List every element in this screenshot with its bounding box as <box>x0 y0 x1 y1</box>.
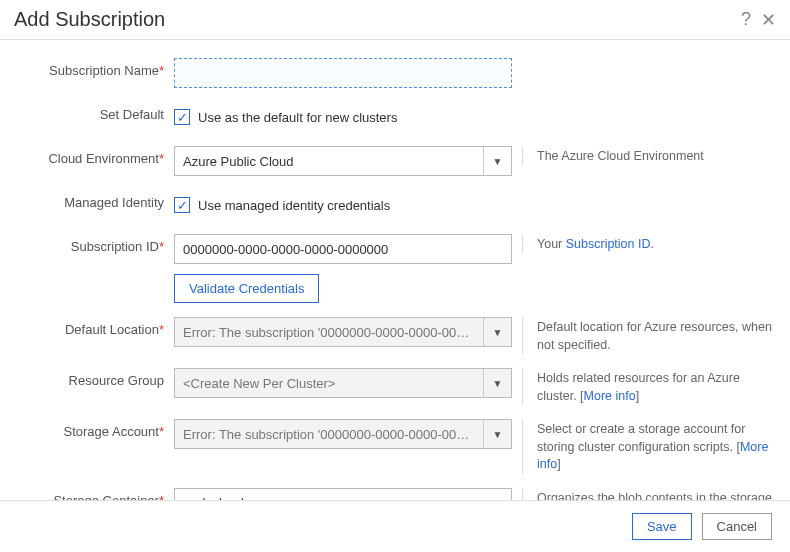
required-marker: * <box>159 493 164 501</box>
label-managed-identity: Managed Identity <box>14 190 174 210</box>
row-subscription-id: Subscription ID* Validate Credentials Yo… <box>14 234 776 303</box>
label-cloud-environment: Cloud Environment* <box>14 146 174 166</box>
row-resource-group: Resource Group <Create New Per Cluster> … <box>14 368 776 405</box>
validate-credentials-button[interactable]: Validate Credentials <box>174 274 319 303</box>
cloud-environment-select[interactable]: Azure Public Cloud ▼ <box>174 146 512 176</box>
dialog-footer: Save Cancel <box>0 500 790 552</box>
chevron-down-icon: ▼ <box>483 147 511 175</box>
cancel-button[interactable]: Cancel <box>702 513 772 540</box>
subscription-name-input[interactable] <box>174 58 512 88</box>
required-marker: * <box>159 322 164 337</box>
chevron-down-icon: ▼ <box>483 369 511 397</box>
dialog-title: Add Subscription <box>14 8 165 31</box>
subscription-id-input[interactable] <box>174 234 512 264</box>
dialog-body: Subscription Name* Set Default ✓ Use as … <box>0 40 790 500</box>
managed-identity-checkbox-label: Use managed identity credentials <box>198 198 390 213</box>
header-controls: ? ✕ <box>741 9 776 31</box>
row-set-default: Set Default ✓ Use as the default for new… <box>14 102 776 132</box>
required-marker: * <box>159 151 164 166</box>
help-cloud-environment: The Azure Cloud Environment <box>522 146 776 166</box>
label-storage-account: Storage Account* <box>14 419 174 439</box>
required-marker: * <box>159 424 164 439</box>
set-default-checkbox[interactable]: ✓ <box>174 109 190 125</box>
row-default-location: Default Location* Error: The subscriptio… <box>14 317 776 354</box>
row-subscription-name: Subscription Name* <box>14 58 776 88</box>
row-cloud-environment: Cloud Environment* Azure Public Cloud ▼ … <box>14 146 776 176</box>
row-managed-identity: Managed Identity ✓ Use managed identity … <box>14 190 776 220</box>
label-subscription-name: Subscription Name* <box>14 58 174 78</box>
label-resource-group: Resource Group <box>14 368 174 388</box>
row-storage-container: Storage Container* Organizes the blob co… <box>14 488 776 501</box>
row-storage-account: Storage Account* Error: The subscription… <box>14 419 776 474</box>
set-default-checkbox-label: Use as the default for new clusters <box>198 110 397 125</box>
save-button[interactable]: Save <box>632 513 692 540</box>
label-storage-container: Storage Container* <box>14 488 174 501</box>
storage-account-select[interactable]: Error: The subscription '0000000-0000-00… <box>174 419 512 449</box>
default-location-select[interactable]: Error: The subscription '0000000-0000-00… <box>174 317 512 347</box>
managed-identity-checkbox[interactable]: ✓ <box>174 197 190 213</box>
close-icon[interactable]: ✕ <box>761 9 776 31</box>
help-subscription-id: Your Subscription ID. <box>522 234 776 254</box>
label-default-location: Default Location* <box>14 317 174 337</box>
add-subscription-dialog: Add Subscription ? ✕ Subscription Name* … <box>0 0 790 552</box>
help-icon[interactable]: ? <box>741 9 751 30</box>
dialog-header: Add Subscription ? ✕ <box>0 0 790 40</box>
chevron-down-icon: ▼ <box>483 420 511 448</box>
help-storage-account: Select or create a storage account for s… <box>522 419 776 474</box>
resource-group-select[interactable]: <Create New Per Cluster> ▼ <box>174 368 512 398</box>
required-marker: * <box>159 63 164 78</box>
help-default-location: Default location for Azure resources, wh… <box>522 317 776 354</box>
required-marker: * <box>159 239 164 254</box>
storage-container-input[interactable] <box>174 488 512 501</box>
help-storage-container: Organizes the blob contents in the stora… <box>522 488 776 501</box>
help-resource-group: Holds related resources for an Azure clu… <box>522 368 776 405</box>
label-subscription-id: Subscription ID* <box>14 234 174 254</box>
resource-group-more-info-link[interactable]: More info <box>584 389 636 403</box>
label-set-default: Set Default <box>14 102 174 122</box>
chevron-down-icon: ▼ <box>483 318 511 346</box>
subscription-id-link[interactable]: Subscription ID <box>566 237 651 251</box>
